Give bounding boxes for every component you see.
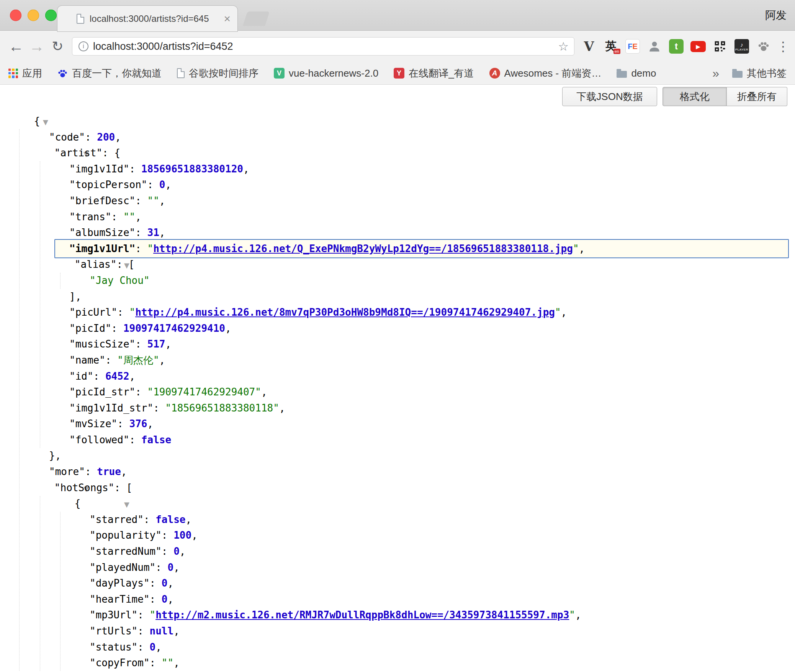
bookmark-item-demo[interactable]: demo [617,67,656,79]
json-token: : [129,434,141,446]
music-note-icon: ♪ [740,42,743,48]
json-token: , [225,323,231,334]
json-token: , [168,593,174,605]
format-button[interactable]: 格式化 [662,87,727,106]
bookmark-label: demo [631,67,656,79]
person-icon[interactable] [646,38,663,55]
browser-tab[interactable]: localhost:3000/artists?id=645 × [57,6,237,31]
json-token: ], [69,291,81,302]
json-url-link[interactable]: http://p4.music.126.net/8mv7qP30Pd3oHW8b… [135,306,555,318]
fe-icon[interactable]: FE [624,38,641,55]
json-token: : [162,546,173,557]
zoom-window-button[interactable] [45,10,57,21]
translate-badge: en [613,49,620,54]
bookmark-item-baidu[interactable]: 百度一下，你就知道 [57,67,162,80]
download-json-button[interactable]: 下载JSON数据 [562,87,657,106]
json-token: false [155,514,185,525]
bookmarks-bar: 应用 百度一下，你就知道 谷歌按时间排序 V vue-hackernews-2.… [0,62,795,85]
json-url-link[interactable]: http://m2.music.126.net/RMJR7wDullRqppBk… [155,609,569,621]
json-token: " [150,609,156,621]
json-token: , [261,386,267,398]
player-icon[interactable]: ♪ PLAYER [733,38,750,55]
json-tree: ▼{"code": 200,▼"artist": {"img1v1Id": 18… [0,113,795,671]
other-bookmarks-folder[interactable]: 其他书签 [732,67,787,80]
json-token: }, [49,450,61,461]
reload-button[interactable]: ↻ [47,31,68,62]
json-line: "status": 0, [0,639,795,656]
back-button[interactable]: ← [5,31,27,62]
json-token: , [159,354,165,366]
baidu-paw-icon [57,68,68,79]
json-line: "hearTime": 0, [0,592,795,608]
close-tab-icon[interactable]: × [224,13,231,25]
translate-icon[interactable]: 英 en [602,38,619,55]
qr-pattern [714,40,726,52]
bookmark-item-apps[interactable]: 应用 [8,67,42,80]
json-line: "albumSize": 31, [0,225,795,241]
collapse-triangle-icon[interactable]: ▼ [43,118,48,126]
qr-code-icon[interactable] [712,38,728,55]
minimize-window-button[interactable] [28,10,39,21]
json-url-link[interactable]: http://p4.music.126.net/Q_ExePNkmgB2yWyL… [153,243,573,254]
json-token: , [191,529,198,541]
bookmark-item-google-sort[interactable]: 谷歌按时间排序 [177,67,258,80]
json-token: " [573,243,579,254]
json-token: 19097417462929410 [123,323,225,334]
json-token: 6452 [105,370,129,382]
player-box: ♪ PLAYER [734,39,749,54]
json-line: "followed": false [0,432,795,448]
json-token: : [129,163,141,175]
bookmark-label: Awesomes - 前端资… [504,67,602,80]
collapse-triangle-icon[interactable]: ▼ [124,500,129,508]
profile-name[interactable]: 阿发 [765,0,787,31]
json-token: "followed" [69,434,129,446]
url-text[interactable]: localhost:3000/artists?id=6452 [93,41,553,52]
bookmark-item-vue-hackernews[interactable]: V vue-hackernews-2.0 [274,67,378,79]
json-token: : [117,418,129,429]
address-bar[interactable]: i localhost:3000/artists?id=6452 ☆ [72,37,574,56]
json-token: "img1v1Url" [69,243,135,254]
json-token: : [137,625,149,637]
json-line: "name": "周杰伦", [0,352,795,369]
json-token: : [144,514,155,525]
json-line: "picId": 19097417462929410, [0,321,795,337]
json-token: { [75,498,81,509]
page-info-icon[interactable]: i [79,41,88,51]
youtube-box: ▶ [690,41,706,52]
json-token: : [135,386,147,398]
json-token: "artist" [54,147,102,159]
json-line: ▼"hotSongs": [ [0,480,795,496]
json-token: : [155,562,167,573]
json-token: "starredNum" [90,546,162,557]
json-line: "img1v1Url": "http://p4.music.126.net/Q_… [0,241,795,257]
vimium-icon[interactable]: V [581,38,597,55]
json-token: "img1v1Id" [69,163,129,175]
forward-button[interactable]: → [26,31,47,62]
bookmark-item-youdao-translate[interactable]: Y 在线翻译_有道 [394,67,474,80]
chrome-menu-icon[interactable]: ⋮ [777,31,790,62]
json-token: : [135,195,147,207]
tampermonkey-icon[interactable]: t [668,38,685,55]
json-line: "mvSize": 376, [0,416,795,432]
json-token: , [165,179,171,190]
json-line: ], [0,289,795,305]
youdao-icon: Y [394,68,404,79]
bookmarks-overflow-chevron-icon[interactable]: » [712,66,719,80]
bookmark-item-awesomes[interactable]: A Awesomes - 前端资… [489,67,602,80]
collapse-all-button[interactable]: 折叠所有 [727,87,787,106]
json-token: : [162,529,173,541]
paw-icon[interactable] [755,38,772,55]
bookmark-star-icon[interactable]: ☆ [558,39,569,54]
json-token: : [93,370,105,382]
json-line: ▼{ [0,496,795,512]
json-token: "hotSongs" [54,482,115,493]
json-token: 0 [168,562,174,573]
person-silhouette [648,39,661,53]
close-window-button[interactable] [10,10,21,21]
json-token: false [141,434,171,446]
json-token: 0 [162,593,168,605]
json-token: : [150,657,162,669]
new-tab-button[interactable] [243,11,270,26]
json-token: , [147,418,154,429]
youtube-icon[interactable]: ▶ [690,38,707,55]
